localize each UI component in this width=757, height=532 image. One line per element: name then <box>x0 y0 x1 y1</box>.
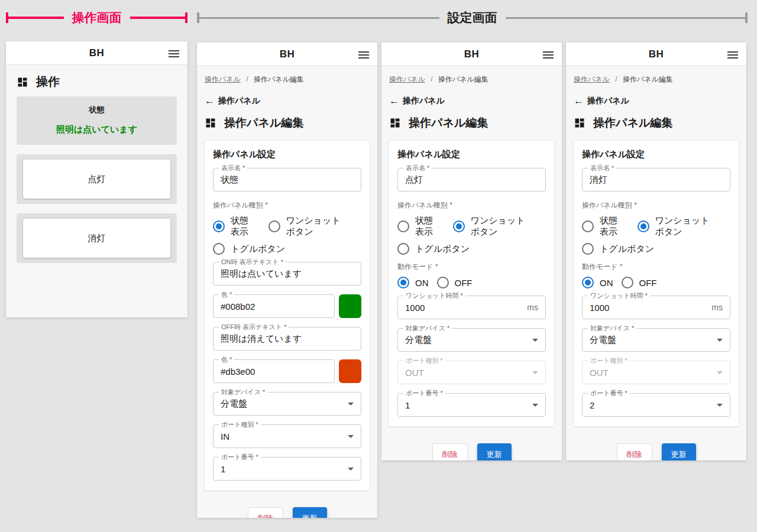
action-mode-radio-group: 動作モード * ON OFF <box>397 262 546 288</box>
radio-oneshot-button[interactable]: ワンショットボタン <box>638 215 719 238</box>
back-link[interactable]: ← 操作パネル <box>205 95 370 107</box>
port-number-value: 2 <box>590 400 594 410</box>
breadcrumb: 操作パネル / 操作パネル編集 <box>205 74 370 85</box>
breadcrumb-link[interactable]: 操作パネル <box>389 75 425 83</box>
dropdown-caret-icon <box>348 468 354 471</box>
settings-card: 操作パネル設定 表示名 * 消灯 操作パネル種別 * 状態表示 ワンショットボタ… <box>573 140 739 427</box>
back-link[interactable]: ← 操作パネル <box>574 95 739 107</box>
port-number-select[interactable]: ポート番号 * 1 <box>213 457 361 481</box>
oneshot-time-field[interactable]: ワンショット時間 * 1000 ms <box>397 296 546 319</box>
target-device-label: 対象デバイス * <box>588 325 636 332</box>
back-link-label: 操作パネル <box>587 96 629 106</box>
settings-screen-label: 設定画面 <box>448 9 497 26</box>
target-device-select[interactable]: 対象デバイス * 分電盤 <box>397 328 546 352</box>
settings-card-title: 操作パネル設定 <box>582 149 730 160</box>
off-text-field[interactable]: OFF時 表示テキスト * 照明は消えています <box>213 327 361 351</box>
oneshot-time-label: ワンショット時間 * <box>403 292 465 300</box>
back-arrow-icon: ← <box>389 95 399 107</box>
bracket-cap <box>185 12 187 23</box>
light-on-button[interactable]: 点灯 <box>23 160 170 199</box>
radio-on[interactable]: ON <box>582 277 613 288</box>
radio-toggle-button[interactable]: トグルボタン <box>213 243 285 255</box>
radio-oneshot-button[interactable]: ワンショットボタン <box>453 215 534 238</box>
radio-unchecked-icon <box>397 243 409 255</box>
off-color-value: #db3e00 <box>221 366 255 377</box>
radio-toggle-button[interactable]: トグルボタン <box>582 243 654 255</box>
action-mode-radio-group: 動作モード * ON OFF <box>582 262 730 288</box>
on-text-field[interactable]: ON時 表示テキスト * 照明は点いています <box>213 262 361 286</box>
radio-oneshot-button[interactable]: ワンショットボタン <box>268 215 350 238</box>
breadcrumb-separator: / <box>431 75 432 83</box>
port-number-value: 1 <box>405 400 410 410</box>
dropdown-caret-icon <box>717 404 723 407</box>
action-card: 消灯 <box>17 213 177 263</box>
page-title: 操作パネル編集 <box>389 115 554 131</box>
page-title-text: 操作パネル編集 <box>224 115 303 131</box>
on-color-swatch[interactable] <box>339 294 361 318</box>
port-type-label: ポート種別 * <box>588 357 630 365</box>
delete-button[interactable]: 削除 <box>617 443 652 460</box>
breadcrumb-link[interactable]: 操作パネル <box>574 75 610 83</box>
update-button[interactable]: 更新 <box>477 443 512 460</box>
target-device-select[interactable]: 対象デバイス * 分電盤 <box>213 392 361 416</box>
action-card: 点灯 <box>17 154 177 204</box>
app-title: BH <box>280 48 295 60</box>
phone-editor-status: BH 操作パネル / 操作パネル編集 ← 操作パネル 操作パネル編集 操作パネル… <box>197 43 377 518</box>
target-device-select[interactable]: 対象デバイス * 分電盤 <box>582 328 730 352</box>
back-link[interactable]: ← 操作パネル <box>389 95 554 107</box>
off-color-field[interactable]: 色 * #db3e00 <box>213 359 335 383</box>
radio-unchecked-icon <box>437 277 449 288</box>
breadcrumb-current: 操作パネル編集 <box>438 75 489 83</box>
port-type-select[interactable]: ポート種別 * IN <box>213 424 361 448</box>
breadcrumb-current: 操作パネル編集 <box>254 75 304 83</box>
update-button[interactable]: 更新 <box>293 507 327 518</box>
display-name-label: 表示名 * <box>219 164 247 172</box>
radio-unchecked-icon <box>213 243 225 255</box>
update-button[interactable]: 更新 <box>662 443 696 460</box>
target-device-label: 対象デバイス * <box>219 388 267 396</box>
breadcrumb-separator: / <box>615 75 617 83</box>
menu-icon[interactable] <box>358 50 369 60</box>
radio-checked-icon <box>213 220 225 232</box>
port-type-select: ポート種別 * OUT <box>582 361 730 384</box>
menu-icon[interactable] <box>727 50 738 60</box>
radio-status-display[interactable]: 状態表示 <box>582 215 626 238</box>
light-off-button[interactable]: 消灯 <box>23 219 170 258</box>
radio-on[interactable]: ON <box>397 277 429 288</box>
off-color-swatch[interactable] <box>339 359 361 383</box>
phone-editor-light-on: BH 操作パネル / 操作パネル編集 ← 操作パネル 操作パネル編集 操作パネル… <box>381 43 562 460</box>
radio-status-display[interactable]: 状態表示 <box>213 215 257 238</box>
radio-off[interactable]: OFF <box>437 277 473 288</box>
menu-icon[interactable] <box>169 48 179 59</box>
menu-icon[interactable] <box>543 50 554 60</box>
breadcrumb-current: 操作パネル編集 <box>623 75 673 83</box>
on-color-field[interactable]: 色 * #008b02 <box>213 294 335 318</box>
port-number-select[interactable]: ポート番号 * 1 <box>397 393 546 417</box>
delete-button[interactable]: 削除 <box>432 443 468 460</box>
port-type-value: OUT <box>405 368 424 378</box>
display-name-field[interactable]: 表示名 * 状態 <box>213 168 361 192</box>
radio-toggle-button[interactable]: トグルボタン <box>397 243 470 255</box>
operation-screen-label: 操作画面 <box>72 9 122 26</box>
breadcrumb-link[interactable]: 操作パネル <box>205 75 241 83</box>
app-title: BH <box>89 47 105 59</box>
action-mode-label: 動作モード * <box>397 262 546 272</box>
settings-card: 操作パネル設定 表示名 * 点灯 操作パネル種別 * 状態表示 ワンショットボタ… <box>389 140 555 427</box>
panel-type-label: 操作パネル種別 * <box>582 200 730 210</box>
display-name-field[interactable]: 表示名 * 消灯 <box>582 168 730 192</box>
display-name-value: 状態 <box>221 174 238 186</box>
oneshot-time-field[interactable]: ワンショット時間 * 1000 ms <box>582 296 730 319</box>
page-title: 操作パネル編集 <box>574 115 739 131</box>
off-color-label: 色 * <box>219 356 234 364</box>
section-title: 操作 <box>36 74 60 90</box>
dashboard-icon <box>205 117 216 129</box>
port-number-select[interactable]: ポート番号 * 2 <box>582 393 730 417</box>
delete-button[interactable]: 削除 <box>248 507 283 518</box>
radio-unchecked-icon <box>397 220 409 232</box>
display-name-field[interactable]: 表示名 * 点灯 <box>397 168 546 192</box>
dashboard-icon <box>17 76 28 88</box>
settings-card-title: 操作パネル設定 <box>397 149 546 160</box>
radio-off[interactable]: OFF <box>622 277 657 288</box>
radio-status-display[interactable]: 状態表示 <box>397 215 441 238</box>
radio-unchecked-icon <box>582 243 594 255</box>
